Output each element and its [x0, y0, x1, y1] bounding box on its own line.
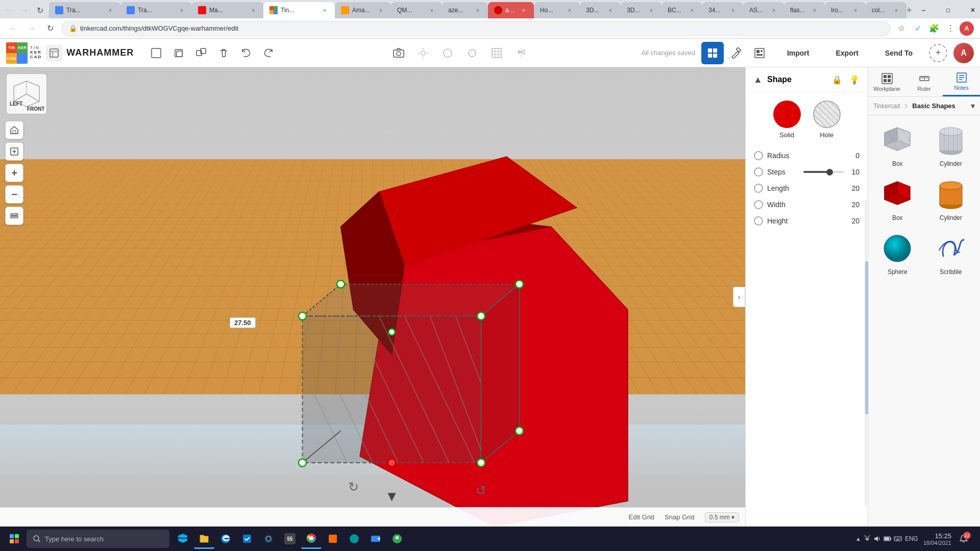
tab[interactable]: 3D...× [580, 2, 621, 18]
tab[interactable]: Ama... × [335, 2, 391, 18]
shape-tool-button[interactable] [437, 43, 458, 63]
tab-close-button[interactable]: × [520, 6, 528, 14]
tab[interactable]: Ma... × [192, 2, 263, 18]
grid-view-button[interactable] [701, 42, 724, 64]
radius-handle[interactable] [754, 151, 763, 160]
tab-close-button[interactable]: × [428, 6, 436, 14]
forward-nav-button[interactable]: → [24, 21, 39, 36]
add-shape-button[interactable] [146, 43, 166, 63]
back-nav-button[interactable]: ← [6, 21, 20, 36]
tab-close-button[interactable]: × [647, 6, 655, 14]
tab[interactable]: Ho... × [534, 2, 580, 18]
shape-item-grey-cylinder[interactable]: Cylinder [925, 118, 977, 171]
back-button[interactable]: ← [2, 3, 16, 17]
shape-item-orange-cylinder[interactable]: Cylinder [925, 172, 977, 226]
tab[interactable]: 34...× [702, 2, 743, 18]
extension-check-icon[interactable]: ✓ [911, 21, 925, 36]
taskbar-icon-explorer[interactable] [194, 529, 214, 549]
minimize-button[interactable]: – [912, 1, 936, 19]
taskbar-icon-edge[interactable] [215, 529, 236, 549]
tab[interactable]: Iro...× [825, 2, 866, 18]
taskbar-search[interactable]: Type here to search [27, 530, 169, 548]
tab[interactable]: AS...× [743, 2, 784, 18]
browser-menu-button[interactable]: ⋮ [943, 21, 958, 36]
tab-close-button[interactable]: × [606, 6, 615, 14]
hole-type-button[interactable]: Hole [813, 101, 841, 139]
zoom-out-button[interactable]: − [5, 185, 23, 204]
import-button[interactable]: Import [777, 44, 820, 62]
reload-nav-button[interactable]: ↻ [43, 21, 57, 36]
tab-close-button[interactable]: × [688, 6, 696, 14]
align-button[interactable] [462, 43, 482, 63]
shape-item-grey-box[interactable]: Box [871, 118, 924, 171]
notes-tab[interactable]: Notes [943, 67, 980, 96]
steps-slider[interactable] [803, 171, 844, 173]
shape-item-red-box[interactable]: Box [871, 172, 924, 226]
tab-active[interactable]: Tin... × [263, 2, 335, 18]
add-user-button[interactable]: + [929, 44, 947, 62]
taskbar-icon-windows[interactable] [173, 529, 193, 549]
panel-collapse-button[interactable]: ▲ [752, 73, 764, 86]
delete-button[interactable] [213, 43, 234, 63]
layer-button[interactable] [5, 207, 23, 225]
new-tab-button[interactable]: + [906, 3, 912, 17]
tab-close-button[interactable]: × [566, 6, 574, 14]
notification-button[interactable]: 22 [954, 530, 973, 548]
reload-button[interactable]: ↻ [33, 3, 47, 17]
taskbar-icon-store[interactable] [237, 529, 257, 549]
library-expand-button[interactable]: ▾ [971, 101, 975, 111]
tab-close-button[interactable]: × [892, 6, 900, 14]
steps-handle[interactable] [754, 167, 763, 177]
extensions-button[interactable]: 🧩 [927, 21, 941, 36]
tab-close-button[interactable]: × [851, 6, 860, 14]
lightbulb-button[interactable]: 💡 [847, 72, 862, 87]
panel-toggle-button[interactable]: › [733, 287, 745, 307]
hammer-view-button[interactable] [725, 42, 747, 64]
bookmark-button[interactable]: ☆ [894, 21, 909, 36]
tab[interactable]: Tra... × [49, 2, 120, 18]
tab-close-button[interactable]: × [249, 6, 257, 14]
mirror-button[interactable] [511, 43, 531, 63]
start-button[interactable] [3, 528, 26, 550]
tab-close-button[interactable]: × [811, 6, 819, 14]
group-button[interactable] [191, 43, 211, 63]
zoom-in-button[interactable]: + [5, 164, 23, 182]
tab[interactable]: flas...× [784, 2, 825, 18]
tab-close-button[interactable]: × [729, 6, 737, 14]
snap-grid-value[interactable]: 0.5 mm ▾ [705, 512, 739, 522]
tab-close-button[interactable]: × [770, 6, 778, 14]
taskbar-icon-arduino[interactable] [344, 529, 364, 549]
undo-button[interactable] [236, 43, 256, 63]
taskbar-icon-steam[interactable] [258, 529, 279, 549]
tab[interactable]: aze... × [442, 2, 488, 18]
tab[interactable]: col...× [866, 2, 906, 18]
workplane-tab[interactable]: Workplane [868, 67, 905, 96]
tab[interactable]: a n... × [488, 2, 534, 18]
tab[interactable]: 3D...× [621, 2, 662, 18]
hidden-icons-button[interactable]: ▲ [855, 536, 861, 542]
grid-button[interactable] [486, 43, 507, 63]
length-handle[interactable] [754, 184, 763, 193]
edit-grid-button[interactable]: Edit Grid [629, 513, 655, 521]
export-button[interactable]: Export [825, 44, 868, 62]
project-icon[interactable] [46, 45, 62, 61]
ruler-tab[interactable]: Ruler [905, 67, 943, 96]
tab-close-button[interactable]: × [377, 6, 385, 14]
view-cube[interactable]: LEFT FRONT [6, 73, 47, 114]
tab-close-button[interactable]: × [474, 6, 482, 14]
close-button[interactable]: ✕ [961, 1, 980, 19]
height-handle[interactable] [754, 216, 763, 226]
tab[interactable]: BC...× [662, 2, 702, 18]
lock-button[interactable]: 🔒 [830, 72, 844, 87]
taskbar-icon-app1[interactable]: 55 [280, 529, 300, 549]
light-button[interactable] [413, 43, 433, 63]
url-input[interactable]: 🔒 tinkercad.com/things/dtkWOGVCgqe-warha… [61, 21, 890, 36]
shape-item-sphere[interactable]: Sphere [871, 227, 924, 280]
scroll-thumb[interactable] [865, 261, 868, 414]
taskbar-icon-zoom[interactable] [365, 529, 386, 549]
shape-item-scribble[interactable]: Scribble [925, 227, 977, 280]
send-to-button[interactable]: Send To [875, 44, 923, 62]
shapes-view-button[interactable] [748, 42, 771, 64]
taskbar-icon-map[interactable] [387, 529, 407, 549]
fit-view-button[interactable] [5, 142, 23, 161]
